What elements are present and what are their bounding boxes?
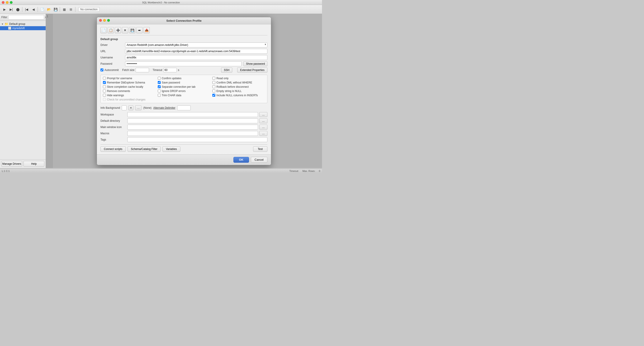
- run-icon[interactable]: ▶: [1, 6, 8, 12]
- connection-selector[interactable]: No connection: [78, 7, 100, 12]
- macros-input[interactable]: [127, 131, 258, 136]
- default-directory-browse-button[interactable]: …: [259, 118, 268, 123]
- ok-button[interactable]: OK: [234, 157, 249, 163]
- autocommit-checkbox[interactable]: [100, 68, 104, 72]
- maximize-button[interactable]: [10, 1, 12, 4]
- fetch-size-label: Fetch size: [122, 68, 134, 72]
- schema-catalog-filter-button[interactable]: Schema/Catalog Filter: [128, 146, 161, 152]
- workspace-input[interactable]: [127, 112, 258, 117]
- store-completion-checkbox[interactable]: [103, 85, 106, 88]
- connect-scripts-button[interactable]: Connect scripts: [100, 146, 126, 152]
- main-window-icon-input[interactable]: [127, 125, 258, 130]
- ignore-drop-checkbox[interactable]: [158, 90, 161, 92]
- checkbox-separate-conn: Separate connection per tab: [158, 85, 210, 88]
- checkbox-save-password: Save password: [158, 81, 210, 84]
- open-icon[interactable]: 📂: [46, 6, 52, 12]
- tags-input[interactable]: [127, 137, 268, 142]
- separate-conn-checkbox[interactable]: [158, 85, 161, 88]
- confirm-updates-checkbox[interactable]: [158, 77, 161, 80]
- add-profile-button[interactable]: ➕: [115, 27, 121, 33]
- alternate-delimiter-label[interactable]: Alternate Delimiter: [153, 106, 176, 110]
- copy-to-button[interactable]: 📤: [144, 27, 150, 33]
- dialog-titlebar: Select Connection Profile: [97, 17, 271, 24]
- new-query-icon[interactable]: 📄: [39, 6, 45, 12]
- include-null-label: Include NULL columns in INSERTs: [216, 94, 258, 97]
- help-button[interactable]: Help: [24, 161, 44, 167]
- filter-input[interactable]: [8, 15, 44, 20]
- color-swatch[interactable]: [122, 106, 127, 110]
- connection-item-myredshift[interactable]: ⬜ myredshift: [0, 26, 46, 30]
- default-directory-input[interactable]: [127, 118, 258, 123]
- breadcrumb: Default group: [100, 38, 268, 41]
- checkbox-hide-warnings: Hide warnings: [103, 94, 156, 97]
- hide-warnings-checkbox[interactable]: [103, 94, 106, 97]
- confirm-dml-checkbox[interactable]: [212, 81, 215, 84]
- save-profile-button[interactable]: 💾: [129, 27, 136, 33]
- stop-icon[interactable]: ⬤: [15, 6, 21, 12]
- ignore-drop-label: Ignore DROP errors: [162, 90, 186, 93]
- prev-icon[interactable]: ◀: [30, 6, 36, 12]
- timeout-input[interactable]: [163, 68, 177, 72]
- fetch-size-input[interactable]: [136, 68, 149, 72]
- remove-comments-checkbox[interactable]: [103, 90, 106, 92]
- clear-color-button[interactable]: ✕: [128, 106, 133, 110]
- checkbox-store-completion: Store completion cache locally: [103, 85, 156, 88]
- dialog-min-button[interactable]: [103, 19, 106, 22]
- empty-string-checkbox[interactable]: [212, 90, 215, 92]
- workspace-browse-button[interactable]: …: [259, 112, 268, 117]
- timeout-item: Timeout s: [152, 68, 179, 72]
- dialog-close-button[interactable]: [99, 19, 102, 22]
- password-row: Password Show password: [100, 61, 268, 66]
- username-input[interactable]: [125, 55, 268, 60]
- checkbox-rollback: Rollback before disconnect: [212, 85, 265, 88]
- move-profile-button[interactable]: ➡: [136, 27, 142, 33]
- main-window-icon-label: Main window icon: [100, 126, 127, 129]
- confirm-updates-label: Confirm updates: [162, 77, 182, 80]
- main-content: Filter ⊛ ✕ ▼ 📁 Default group ⬜ myredshif…: [0, 14, 322, 168]
- dialog-max-button[interactable]: [107, 19, 110, 22]
- delete-profile-button[interactable]: ✕: [122, 27, 128, 33]
- variables-button[interactable]: Variables: [162, 146, 180, 152]
- copy-profile-button[interactable]: 📋: [108, 27, 114, 33]
- ssh-button[interactable]: SSH: [221, 68, 232, 72]
- remember-db-checkbox[interactable]: [103, 81, 106, 84]
- left-panel-footer: Manage Drivers Help: [0, 159, 46, 168]
- show-password-button[interactable]: Show password: [244, 61, 268, 66]
- read-only-label: Read only: [216, 77, 228, 80]
- checkboxes-section: Prompt for username Confirm updates Read…: [100, 75, 268, 103]
- main-window-icon-browse-button[interactable]: …: [259, 125, 268, 130]
- checkbox-confirm-updates: Confirm updates: [158, 77, 210, 80]
- extended-properties-button[interactable]: Extended Properties: [237, 68, 268, 72]
- connection-label: myredshift: [12, 27, 24, 30]
- checkbox-grid: Prompt for username Confirm updates Read…: [103, 77, 265, 101]
- read-only-checkbox[interactable]: [212, 77, 215, 80]
- macros-browse-button[interactable]: …: [259, 131, 268, 136]
- cancel-button[interactable]: Cancel: [251, 157, 268, 163]
- rollback-checkbox[interactable]: [212, 85, 215, 88]
- remove-comments-label: Remove comments: [107, 90, 130, 93]
- alternate-delimiter-input[interactable]: [177, 106, 191, 110]
- save-password-label: Save password: [162, 81, 180, 84]
- include-null-checkbox[interactable]: [212, 94, 215, 97]
- run-current-icon[interactable]: ▶|: [8, 6, 14, 12]
- minimize-button[interactable]: [6, 1, 8, 4]
- checkbox-remove-comments: Remove comments: [103, 90, 156, 93]
- driver-select[interactable]: Amazon Redshift (com.amazon.redshift.jdb…: [125, 42, 268, 48]
- table-icon[interactable]: ▦: [61, 6, 67, 12]
- save-icon[interactable]: 💾: [52, 6, 59, 12]
- choose-color-button[interactable]: …: [135, 106, 142, 110]
- url-input[interactable]: [125, 49, 268, 54]
- test-button[interactable]: Test: [253, 146, 268, 152]
- manage-drivers-button[interactable]: Manage Drivers: [1, 161, 22, 167]
- first-icon[interactable]: |◀: [24, 6, 30, 12]
- grid-icon[interactable]: ⊞: [68, 6, 74, 12]
- prompt-username-checkbox[interactable]: [103, 77, 106, 80]
- trim-char-checkbox[interactable]: [158, 94, 161, 97]
- dialog-window-controls: [99, 19, 110, 22]
- password-input[interactable]: [125, 61, 242, 66]
- new-profile-button[interactable]: 📄: [100, 27, 107, 33]
- checkbox-confirm-dml: Confirm DML without WHERE: [212, 81, 265, 84]
- close-button[interactable]: [2, 1, 4, 4]
- save-password-checkbox[interactable]: [158, 81, 161, 84]
- default-group[interactable]: ▼ 📁 Default group: [0, 22, 46, 26]
